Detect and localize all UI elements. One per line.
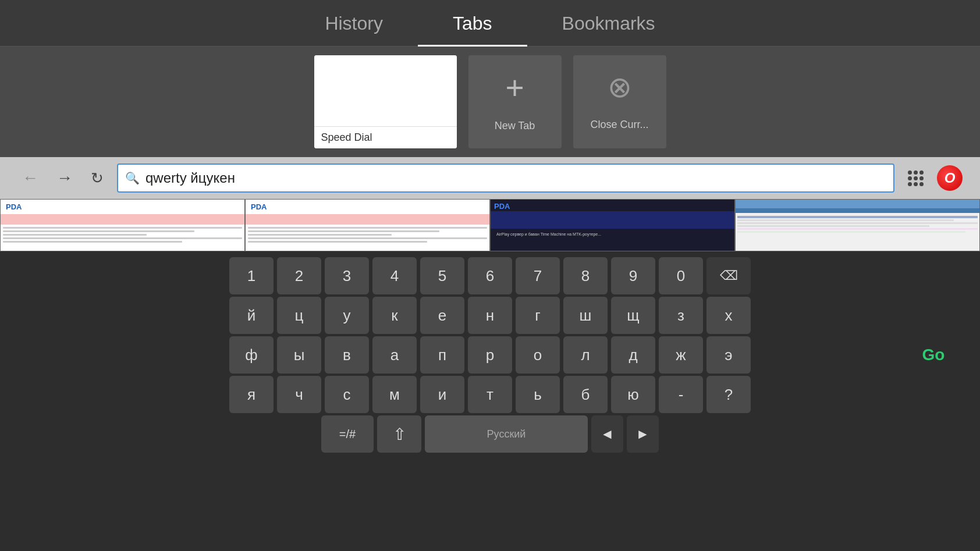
key-н[interactable]: н	[468, 297, 512, 334]
go-button[interactable]: Go	[904, 336, 963, 374]
forward-button[interactable]: →	[52, 168, 77, 189]
key-0[interactable]: 0	[659, 257, 703, 294]
key-9[interactable]: 9	[611, 257, 655, 294]
address-input-wrapper: 🔍	[117, 163, 894, 193]
key-у[interactable]: у	[325, 297, 369, 334]
thumbnail-1[interactable]: PDA	[0, 199, 245, 251]
keyboard-row-3: ф ы в а п р о л д ж э Go	[0, 336, 980, 374]
grid-view-button[interactable]	[903, 168, 928, 189]
address-bar: ← → ↻ 🔍 O	[0, 157, 980, 199]
speed-dial-label: Speed Dial	[314, 126, 457, 148]
key-б[interactable]: б	[563, 376, 608, 413]
key-ж[interactable]: ж	[659, 336, 703, 374]
tab-history[interactable]: History	[290, 2, 418, 47]
key-а[interactable]: а	[372, 336, 417, 374]
key-ц[interactable]: ц	[277, 297, 321, 334]
thumbnail-3[interactable]: PDA AirPlay сервер и баван Time Machine …	[490, 199, 735, 251]
key-ю[interactable]: ю	[611, 376, 655, 413]
app-layout: History Tabs Bookmarks Speed Dial + New …	[0, 0, 980, 551]
key-3[interactable]: 3	[325, 257, 369, 294]
new-tab-label: New Tab	[495, 120, 535, 132]
key-6[interactable]: 6	[468, 257, 512, 294]
key-8[interactable]: 8	[563, 257, 608, 294]
key-м[interactable]: м	[372, 376, 417, 413]
key-й[interactable]: й	[229, 297, 274, 334]
key-space[interactable]: Русский	[425, 415, 588, 453]
thumbnail-2[interactable]: PDA	[245, 199, 490, 251]
keyboard-row-2: й ц у к е н г ш щ з х	[0, 297, 980, 334]
key-с[interactable]: с	[325, 376, 369, 413]
key-г[interactable]: г	[516, 297, 560, 334]
close-curr-label: Close Curr...	[590, 119, 648, 131]
key-shift[interactable]: ⇧	[377, 415, 421, 453]
speed-dial-preview	[314, 55, 457, 126]
key-ш[interactable]: ш	[563, 297, 608, 334]
reload-button[interactable]: ↻	[86, 168, 108, 188]
key-question[interactable]: ?	[706, 376, 751, 413]
thumbnails-strip: PDA PDA	[0, 199, 980, 251]
key-ч[interactable]: ч	[277, 376, 321, 413]
key-х[interactable]: х	[706, 297, 751, 334]
thumbnail-4[interactable]	[735, 199, 980, 251]
address-input[interactable]	[145, 170, 886, 186]
key-symbols[interactable]: =/#	[321, 415, 374, 453]
key-и[interactable]: и	[420, 376, 464, 413]
key-2[interactable]: 2	[277, 257, 321, 294]
back-button[interactable]: ←	[17, 168, 43, 189]
key-ф[interactable]: ф	[229, 336, 274, 374]
keyboard-row-4: я ч с м и т ь б ю - ?	[0, 376, 980, 413]
key-о[interactable]: о	[516, 336, 560, 374]
close-current-card[interactable]: ⊗ Close Curr...	[573, 55, 666, 148]
opera-logo[interactable]: O	[937, 165, 963, 191]
tab-bookmarks[interactable]: Bookmarks	[527, 2, 690, 47]
key-lang-right[interactable]: ►	[627, 415, 659, 453]
key-щ[interactable]: щ	[611, 297, 655, 334]
key-я[interactable]: я	[229, 376, 274, 413]
grid-dots-icon	[908, 170, 924, 186]
key-4[interactable]: 4	[372, 257, 417, 294]
speed-dial-card[interactable]: Speed Dial	[314, 55, 457, 148]
key-7[interactable]: 7	[516, 257, 560, 294]
plus-icon: +	[505, 72, 524, 104]
search-icon: 🔍	[125, 171, 140, 185]
key-lang-left[interactable]: ◄	[591, 415, 623, 453]
key-л[interactable]: л	[563, 336, 608, 374]
tab-tabs[interactable]: Tabs	[418, 2, 527, 47]
key-в[interactable]: в	[325, 336, 369, 374]
key-р[interactable]: р	[468, 336, 512, 374]
key-ы[interactable]: ы	[277, 336, 321, 374]
key-dash[interactable]: -	[659, 376, 703, 413]
key-д[interactable]: д	[611, 336, 655, 374]
key-з[interactable]: з	[659, 297, 703, 334]
key-5[interactable]: 5	[420, 257, 464, 294]
key-к[interactable]: к	[372, 297, 417, 334]
close-icon: ⊗	[608, 73, 632, 102]
new-tab-card[interactable]: + New Tab	[468, 55, 562, 148]
key-backspace[interactable]: ⌫	[706, 257, 751, 294]
top-tabs-bar: History Tabs Bookmarks	[0, 0, 980, 47]
keyboard-area: 1 2 3 4 5 6 7 8 9 0 ⌫ й ц у к е н г ш щ …	[0, 251, 980, 551]
keyboard-bottom-row: =/# ⇧ Русский ◄ ►	[321, 415, 659, 453]
key-э[interactable]: э	[706, 336, 751, 374]
key-е[interactable]: е	[420, 297, 464, 334]
tabs-content-area: Speed Dial + New Tab ⊗ Close Curr...	[0, 47, 980, 157]
key-1[interactable]: 1	[229, 257, 274, 294]
key-т[interactable]: т	[468, 376, 512, 413]
keyboard-row-numbers: 1 2 3 4 5 6 7 8 9 0 ⌫	[0, 257, 980, 294]
key-п[interactable]: п	[420, 336, 464, 374]
key-ь[interactable]: ь	[516, 376, 560, 413]
